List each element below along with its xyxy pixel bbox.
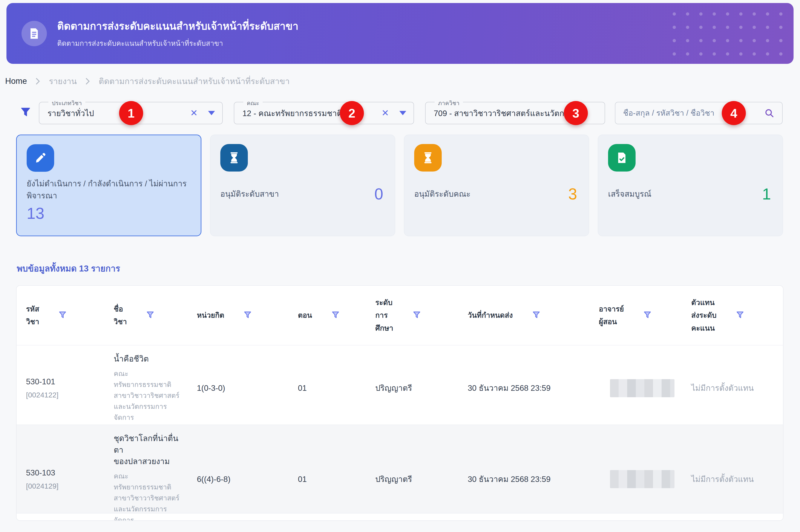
courses-table: รหัส วิชา ชื่อ วิชา หน่วยกิต ตอน ระดับ ก…	[16, 285, 783, 521]
status-card-pending[interactable]: ยังไม่ดำเนินการ / กำลังดำเนินการ / ไม่ผ่…	[16, 135, 202, 236]
column-filter-icon[interactable]	[146, 311, 154, 320]
breadcrumb: Home รายงาน ติดตามการส่งระดับคะแนนสำหรับ…	[0, 64, 800, 88]
column-label: วันที่กำหนดส่ง	[468, 309, 513, 322]
status-card-count: 3	[568, 185, 577, 203]
degree-level-value: ปริญญาตรี	[375, 382, 452, 394]
column-filter-icon[interactable]	[244, 311, 252, 320]
status-card-branch-approve[interactable]: อนุมัติระดับสาขา 0	[210, 135, 395, 236]
due-date-value: 30 ธันวาคม 2568 23:59	[468, 382, 583, 394]
clear-icon[interactable]: ✕	[190, 109, 198, 118]
redacted-instructor-name	[610, 379, 674, 397]
course-code-ref: [0024129]	[26, 481, 98, 491]
breadcrumb-reports[interactable]: รายงาน	[49, 75, 77, 88]
table-row[interactable]: 530-101 [0024122] น้ำคือชีวิต คณะ ทรัพยา…	[17, 345, 783, 424]
course-faculty-dept: คณะ ทรัพยากรธรรมชาติ สาขาวิชาวาริชศาสตร์…	[114, 368, 182, 423]
table-row[interactable]: 530-103 [0024129] ชุดวิชาโลกที่น่าตื่นตา…	[17, 424, 783, 513]
column-label: รหัส วิชา	[26, 303, 39, 328]
column-label: อาจารย์ ผู้สอน	[599, 303, 624, 328]
column-header-course-code: รหัส วิชา	[17, 286, 104, 345]
clear-icon[interactable]: ✕	[382, 109, 389, 118]
cell-section: 01	[288, 345, 366, 431]
department-select[interactable]: ภาควิชา 709 - สาขาวิชาวาริชศาสตร์และนวัต…	[425, 102, 605, 124]
cell-due-date: 30 ธันวาคม 2568 23:59	[458, 425, 589, 521]
hourglass-icon	[414, 144, 442, 172]
chevron-right-icon	[85, 78, 91, 85]
column-label: ตัวแทน ส่งระดับ คะแนน	[691, 296, 717, 335]
column-filter-icon[interactable]	[736, 311, 744, 320]
course-faculty-dept: คณะ ทรัพยากรธรรมชาติ สาขาวิชาวาริชศาสตร์…	[114, 471, 182, 521]
status-card-label: เสร็จสมบูรณ์	[608, 188, 651, 200]
subject-type-value: รายวิชาทั่วไป	[47, 107, 187, 119]
cell-course-name: ชุดวิชาโลกที่น่าตื่นตา ของปลาสวยงาม คณะ …	[104, 425, 187, 521]
column-header-section: ตอน	[288, 286, 366, 345]
chevron-down-icon[interactable]	[208, 111, 215, 115]
hourglass-icon	[220, 144, 248, 172]
status-card-label: ยังไม่ดำเนินการ / กำลังดำเนินการ / ไม่ผ่…	[27, 178, 191, 202]
doc-check-icon	[608, 144, 635, 172]
faculty-label: คณะ	[243, 98, 263, 108]
subject-type-select[interactable]: ประเภทวิชา รายวิชาทั่วไป ✕ 1	[39, 102, 223, 124]
table-header-row: รหัส วิชา ชื่อ วิชา หน่วยกิต ตอน ระดับ ก…	[17, 286, 783, 345]
page-subtitle: ติดตามการส่งระดับคะแนนสำหรับเจ้าหน้าที่ร…	[57, 38, 298, 49]
cell-course-code: 530-101 [0024122]	[17, 345, 104, 431]
column-filter-icon[interactable]	[643, 311, 651, 320]
column-filter-icon[interactable]	[532, 311, 540, 320]
column-filter-icon[interactable]	[58, 311, 66, 320]
filter-bar: ประเภทวิชา รายวิชาทั่วไป ✕ 1 คณะ 12 - คณ…	[0, 102, 800, 124]
credits-value: 1(0-3-0)	[197, 382, 282, 394]
status-cards: ยังไม่ดำเนินการ / กำลังดำเนินการ / ไม่ผ่…	[16, 135, 783, 236]
annotation-badge-3: 3	[564, 101, 588, 125]
cell-due-date: 30 ธันวาคม 2568 23:59	[458, 345, 589, 431]
column-label: ตอน	[298, 309, 312, 322]
course-code: 530-103	[26, 467, 98, 479]
cell-instructor	[589, 425, 682, 521]
section-value: 01	[298, 382, 360, 394]
cell-degree-level: ปริญญาตรี	[366, 345, 458, 431]
status-card-faculty-approve[interactable]: อนุมัติระดับคณะ 3	[404, 135, 589, 236]
representative-status: ไม่มีการตั้งตัวแทน	[691, 474, 777, 485]
pencil-icon	[27, 144, 54, 172]
status-card-label: อนุมัติระดับสาขา	[220, 188, 279, 200]
column-label: หน่วยกิต	[197, 309, 224, 322]
column-label: ระดับ การ ศึกษา	[375, 296, 393, 335]
cell-course-name: น้ำคือชีวิต คณะ ทรัพยากรธรรมชาติ สาขาวิช…	[104, 345, 187, 431]
filter-icon	[20, 107, 31, 119]
cell-section: 01	[288, 425, 366, 521]
faculty-select[interactable]: คณะ 12 - คณะทรัพยากรธรรมชาติ ✕ 2	[234, 102, 414, 124]
page-title-block: ติดตามการส่งระดับคะแนนสำหรับเจ้าหน้าที่ร…	[57, 18, 298, 49]
status-card-count: 1	[762, 185, 771, 203]
breadcrumb-home[interactable]: Home	[5, 77, 27, 86]
chevron-down-icon[interactable]	[399, 111, 406, 115]
column-filter-icon[interactable]	[331, 311, 340, 320]
redacted-instructor-name	[610, 470, 674, 488]
course-code: 530-101	[26, 376, 98, 387]
degree-level-value: ปริญญาตรี	[375, 474, 452, 485]
cell-degree-level: ปริญญาตรี	[366, 425, 458, 521]
status-card-count: 0	[375, 185, 383, 203]
course-name: น้ำคือชีวิต	[114, 353, 182, 365]
course-name: ชุดวิชาโลกที่น่าตื่นตา ของปลาสวยงาม	[114, 433, 182, 467]
column-filter-icon[interactable]	[413, 311, 421, 320]
annotation-badge-2: 2	[340, 101, 364, 125]
representative-status: ไม่มีการตั้งตัวแทน	[691, 382, 777, 394]
status-card-complete[interactable]: เสร็จสมบูรณ์ 1	[598, 135, 783, 236]
section-value: 01	[298, 474, 360, 485]
column-header-course-name: ชื่อ วิชา	[104, 286, 187, 345]
cell-instructor	[589, 345, 682, 431]
status-card-count: 13	[27, 204, 191, 223]
result-count: พบข้อมูลทั้งหมด 13 รายการ	[17, 262, 800, 276]
cell-credits: 6((4)-6-8)	[187, 425, 288, 521]
breadcrumb-current: ติดตามการส่งระดับคะแนนสำหรับเจ้าหน้าที่ร…	[99, 75, 289, 88]
document-icon	[21, 21, 47, 46]
cell-representative: ไม่มีการตั้งตัวแทน	[682, 425, 783, 521]
course-code-ref: [0024122]	[26, 390, 98, 400]
search-box: 4	[615, 102, 783, 124]
cell-course-code: 530-103 [0024129]	[17, 425, 104, 521]
column-header-instructor: อาจารย์ ผู้สอน	[589, 286, 682, 345]
page-header: ติดตามการส่งระดับคะแนนสำหรับเจ้าหน้าที่ร…	[6, 3, 794, 64]
page-title: ติดตามการส่งระดับคะแนนสำหรับเจ้าหน้าที่ร…	[57, 18, 298, 34]
cell-credits: 1(0-3-0)	[187, 345, 288, 431]
subject-type-label: ประเภทวิชา	[49, 98, 85, 108]
annotation-badge-4: 4	[722, 101, 746, 125]
search-icon[interactable]	[764, 108, 775, 118]
